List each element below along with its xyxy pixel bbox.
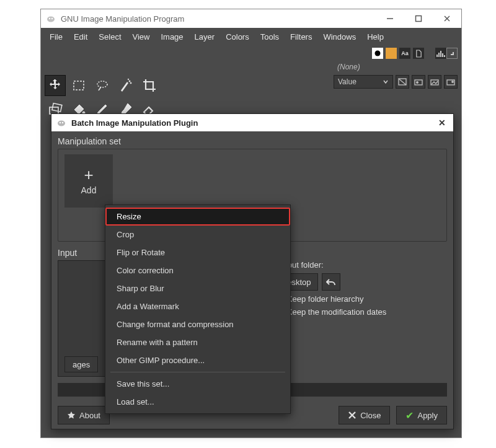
svg-rect-15 [415, 80, 422, 85]
gimp-logo-icon [56, 118, 66, 128]
manipulation-set-label: Manipulation set [58, 136, 447, 146]
chevron-down-icon [383, 79, 389, 85]
value-action3-button[interactable] [428, 75, 441, 89]
plus-icon: + [84, 167, 93, 183]
close-icon [348, 411, 356, 419]
dock-menu-arrow-icon[interactable] [446, 48, 458, 59]
output-folder-row: Desktop [275, 273, 447, 291]
value-action1-button[interactable] [396, 75, 409, 89]
apply-button[interactable]: ✔ Apply [396, 406, 447, 424]
value-row: Value [334, 75, 458, 89]
menu-filters[interactable]: Filters [285, 30, 317, 44]
output-folder-reset-button[interactable] [322, 273, 340, 291]
svg-point-16 [417, 82, 418, 84]
menu-help[interactable]: Help [362, 30, 389, 44]
svg-rect-12 [444, 55, 445, 57]
apply-label: Apply [417, 411, 438, 420]
svg-point-28 [58, 121, 65, 126]
svg-rect-8 [436, 55, 438, 57]
gimp-logo-icon [46, 14, 56, 24]
output-folder-label: Output folder: [275, 260, 447, 270]
free-select-tool[interactable] [92, 75, 113, 96]
menu-select[interactable]: Select [94, 30, 126, 44]
add-manipulation-context-menu: Resize Crop Flip or Rotate Color correct… [105, 204, 291, 414]
window-titlebar: GNU Image Manipulation Program [41, 9, 461, 28]
output-column: Output folder: Desktop Keep folder hiera… [275, 260, 447, 377]
menu-layer[interactable]: Layer [190, 30, 220, 44]
channel-none-label: (None) [334, 61, 458, 72]
menu-tools[interactable]: Tools [255, 30, 284, 44]
ctx-item-resize[interactable]: Resize [105, 208, 290, 226]
ctx-item-sharp-blur[interactable]: Sharp or Blur [105, 279, 290, 297]
svg-line-14 [399, 79, 406, 85]
svg-point-24 [128, 79, 129, 80]
svg-point-21 [97, 81, 107, 87]
svg-point-23 [130, 82, 131, 84]
tab-tool-options-icon[interactable] [372, 48, 383, 59]
about-button[interactable]: About [58, 406, 110, 424]
menu-windows[interactable]: Windows [318, 30, 361, 44]
menu-colors[interactable]: Colors [221, 30, 254, 44]
ctx-item-other-procedure[interactable]: Other GIMP procedure... [105, 351, 290, 369]
value-action2-button[interactable] [412, 75, 425, 89]
svg-point-0 [47, 17, 55, 22]
ctx-item-save-set[interactable]: Save this set... [105, 375, 290, 393]
rect-select-tool[interactable] [68, 75, 89, 96]
add-manipulation-button[interactable]: + Add [64, 154, 113, 208]
svg-rect-20 [74, 81, 84, 90]
maximize-button[interactable] [404, 9, 433, 28]
top-strip: Aa [41, 45, 461, 61]
star-icon [67, 411, 76, 419]
ctx-separator [110, 372, 285, 372]
tab-brushes-icon[interactable] [386, 48, 397, 59]
ctx-item-flip-rotate[interactable]: Flip or Rotate [105, 244, 290, 261]
add-images-button[interactable]: ages [64, 356, 98, 372]
keep-dates-label: Keep the modification dates [287, 307, 386, 317]
check-icon: ✔ [405, 410, 414, 421]
dialog-titlebar: Batch Image Manipulation Plugin ✕ [51, 114, 453, 131]
svg-point-7 [375, 51, 381, 56]
svg-point-2 [51, 18, 53, 19]
svg-rect-10 [440, 51, 441, 57]
ctx-item-load-set[interactable]: Load set... [105, 393, 290, 411]
ctx-item-rename-pattern[interactable]: Rename with a pattern [105, 333, 290, 351]
ctx-item-color-correction[interactable]: Color correction [105, 261, 290, 279]
close-button[interactable] [433, 9, 461, 28]
value-action4-button[interactable] [444, 75, 458, 89]
tab-fonts-icon[interactable]: Aa [399, 48, 410, 59]
minimize-button[interactable] [376, 9, 404, 28]
fuzzy-select-tool[interactable] [115, 75, 136, 96]
ctx-item-format-compression[interactable]: Change format and compression [105, 315, 290, 333]
add-label: Add [81, 185, 97, 195]
svg-point-22 [129, 81, 130, 82]
close-button[interactable]: Close [339, 406, 390, 424]
window-controls [376, 9, 461, 28]
ctx-item-watermark[interactable]: Add a Watermark [105, 297, 290, 315]
tab-document-icon[interactable] [413, 48, 424, 59]
window-title: GNU Image Manipulation Program [61, 14, 376, 24]
value-dropdown[interactable]: Value [334, 75, 393, 89]
menu-image[interactable]: Image [156, 30, 188, 44]
dialog-close-button[interactable]: ✕ [436, 118, 448, 128]
right-dock-panel: (None) Value [334, 61, 458, 89]
menu-bar: File Edit Select View Image Layer Colors… [41, 28, 461, 45]
tab-histogram-icon[interactable] [435, 48, 446, 59]
menu-file[interactable]: File [45, 30, 68, 44]
keep-hierarchy-checkbox[interactable]: Keep folder hierarchy [275, 294, 447, 304]
keep-hierarchy-label: Keep folder hierarchy [287, 294, 364, 304]
undo-icon [326, 278, 336, 286]
svg-rect-4 [416, 16, 422, 22]
svg-point-30 [62, 122, 63, 123]
move-tool[interactable] [45, 75, 66, 96]
menu-view[interactable]: View [128, 30, 155, 44]
about-label: About [79, 411, 100, 420]
value-dropdown-label: Value [338, 77, 356, 86]
close-label: Close [360, 411, 381, 420]
svg-point-19 [452, 81, 453, 82]
svg-point-29 [60, 122, 61, 123]
crop-tool[interactable] [139, 75, 160, 96]
keep-dates-checkbox[interactable]: Keep the modification dates [275, 307, 447, 317]
dock-tab-icons: Aa [372, 48, 446, 59]
menu-edit[interactable]: Edit [69, 30, 92, 44]
ctx-item-crop[interactable]: Crop [105, 226, 290, 244]
